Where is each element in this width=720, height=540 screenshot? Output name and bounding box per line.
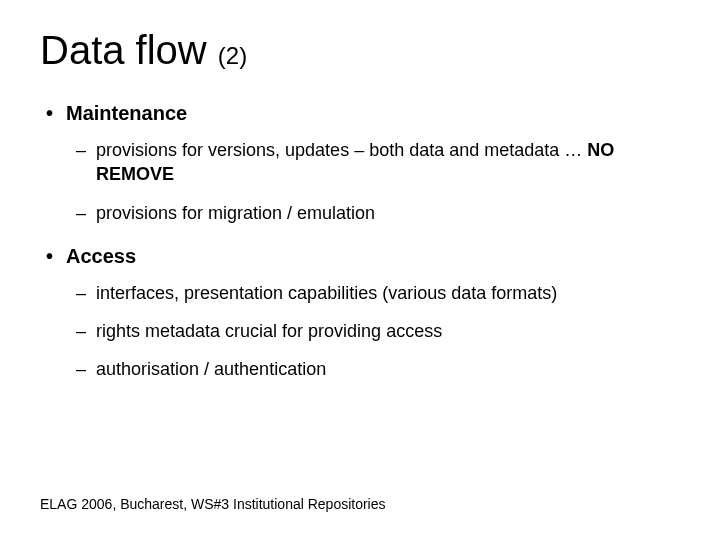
list-item: interfaces, presentation capabilities (v…: [66, 281, 680, 305]
list-item: provisions for versions, updates – both …: [66, 138, 680, 187]
slide-footer: ELAG 2006, Bucharest, WS#3 Institutional…: [40, 496, 386, 512]
title-sub: (2): [218, 42, 247, 69]
list-item: rights metadata crucial for providing ac…: [66, 319, 680, 343]
title-main: Data flow: [40, 28, 218, 72]
list-item: authorisation / authentication: [66, 357, 680, 381]
sub-list: provisions for versions, updates – both …: [66, 138, 680, 225]
item-text: interfaces, presentation capabilities (v…: [96, 283, 557, 303]
bullet-list: Maintenance provisions for versions, upd…: [40, 100, 680, 382]
list-item: provisions for migration / emulation: [66, 201, 680, 225]
slide: Data flow (2) Maintenance provisions for…: [0, 0, 720, 540]
section-header: Maintenance: [40, 100, 680, 126]
section-access: Access interfaces, presentation capabili…: [40, 243, 680, 382]
item-text: rights metadata crucial for providing ac…: [96, 321, 442, 341]
item-text: authorisation / authentication: [96, 359, 326, 379]
section-maintenance: Maintenance provisions for versions, upd…: [40, 100, 680, 225]
slide-title: Data flow (2): [40, 28, 680, 72]
section-header: Access: [40, 243, 680, 269]
sub-list: interfaces, presentation capabilities (v…: [66, 281, 680, 382]
item-text: provisions for migration / emulation: [96, 203, 375, 223]
item-text: provisions for versions, updates – both …: [96, 140, 587, 160]
